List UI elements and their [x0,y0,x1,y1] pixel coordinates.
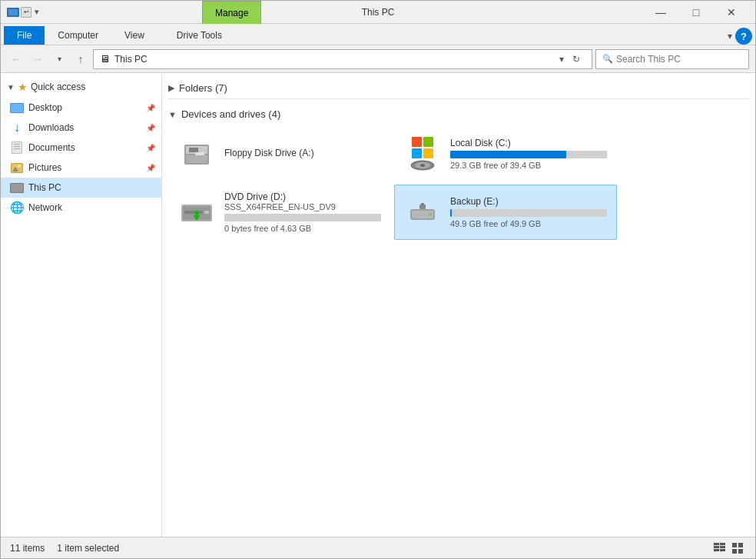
svg-point-7 [420,164,425,167]
search-bar: 🔍 [595,49,749,69]
floppy-drive-name: Floppy Disk Drive (A:) [224,148,381,158]
address-dropdown-icon[interactable]: ▾ [556,54,567,65]
downloads-icon: ↓ [10,121,24,135]
local-disk-bar [450,151,566,158]
drive-dvd[interactable]: DVD Drive (D:) SSS_X64FREE_EN-US_DV9 0 b… [168,185,391,240]
documents-icon [10,141,24,155]
svg-rect-27 [738,543,743,547]
svg-rect-14 [195,211,198,215]
up-button[interactable]: ↑ [71,50,90,68]
pin-icon-4: 📌 [146,164,155,172]
dvd-drive-size: 0 bytes free of 4.63 GB [224,224,381,233]
maximize-button[interactable]: □ [678,0,714,26]
folders-section-header[interactable]: ▶ Folders (7) [168,79,749,99]
monitor-icon [7,8,19,17]
sidebar-item-network[interactable]: 🌐 Network [1,198,161,218]
backup-drive-info: Backup (E:) 49.9 GB free of 49.9 GB [450,196,607,228]
details-view-button[interactable] [712,541,728,556]
svg-rect-21 [714,546,719,548]
refresh-button[interactable]: ↻ [567,50,585,68]
sidebar-item-pictures[interactable]: Pictures 📌 [1,158,161,178]
tab-view[interactable]: View [111,26,158,45]
ribbon-right-controls: ▾ ? [728,28,752,45]
large-icons-view-button[interactable] [731,541,746,556]
help-button[interactable]: ? [735,28,752,45]
disk-platter-icon [410,160,435,171]
svg-rect-24 [720,546,725,548]
address-input[interactable]: 🖥 This PC ▾ ↻ [93,49,592,69]
tab-drive-tools[interactable]: Drive Tools [164,26,235,45]
manage-tab[interactable]: Manage [202,1,261,24]
backup-drive-size: 49.9 GB free of 49.9 GB [450,219,607,228]
close-button[interactable]: ✕ [714,0,749,26]
title-bar: ↩ ▾ Manage This PC — □ ✕ [1,1,755,24]
pin-icon: 📌 [146,104,155,112]
pin-icon-3: 📌 [146,144,155,152]
status-bar: 11 items 1 item selected [1,537,755,558]
view-toggle-buttons [712,541,746,556]
recent-locations-button[interactable]: ▾ [50,50,68,68]
tab-file[interactable]: File [4,26,45,45]
svg-rect-2 [189,148,198,152]
svg-rect-10 [184,211,203,214]
sidebar-item-desktop[interactable]: Desktop 📌 [1,98,161,118]
minimize-button[interactable]: — [643,0,678,26]
local-disk-info: Local Disk (C:) 29.3 GB free of 39.4 GB [450,138,607,170]
backup-drive-bar-container [450,209,607,217]
svg-rect-26 [732,543,737,547]
file-explorer-window: ↩ ▾ Manage This PC — □ ✕ File Computer V… [0,0,756,559]
svg-rect-23 [720,543,725,545]
sidebar-quick-access-header[interactable]: ▼ ★ Quick access [1,76,161,98]
back-button[interactable]: ← [7,50,25,68]
backup-drive-icon [404,194,441,231]
windows-logo [412,137,433,158]
local-disk-bar-container [450,151,607,158]
backup-drive-name: Backup (E:) [450,196,607,207]
address-bar: ← → ▾ ↑ 🖥 This PC ▾ ↻ 🔍 [1,45,755,73]
dvd-drive-icon [178,194,215,231]
sidebar-item-documents[interactable]: Documents 📌 [1,138,161,158]
sidebar-documents-label: Documents [28,142,141,153]
address-path: This PC [114,54,556,65]
forward-button[interactable]: → [28,50,47,68]
sidebar-item-downloads[interactable]: ↓ Downloads 📌 [1,118,161,138]
svg-rect-3 [186,155,207,163]
star-icon: ★ [18,81,28,93]
backup-drive-bar [450,209,452,217]
sidebar-arrow-icon: ▼ [7,83,15,92]
dvd-svg [178,194,215,231]
large-icons-view-icon [732,543,744,554]
drive-local-c[interactable]: Local Disk (C:) 29.3 GB free of 39.4 GB [394,126,617,181]
tab-computer[interactable]: Computer [45,26,111,45]
search-icon: 🔍 [602,54,613,64]
svg-rect-22 [714,549,719,551]
floppy-drive-icon [178,135,215,172]
undo-icon[interactable]: ↩ [21,7,32,18]
ribbon-tabs-row: File Computer View Drive Tools ▾ ? [1,24,755,45]
search-input[interactable] [616,54,742,65]
sidebar-desktop-label: Desktop [28,102,141,113]
dvd-drive-bar [224,214,381,221]
sidebar-item-this-pc[interactable]: This PC [1,178,161,198]
drives-section: ▼ Devices and drives (4) [168,105,749,240]
sidebar-this-pc-label: This PC [28,182,155,193]
drives-label: Devices and drives (4) [181,108,280,120]
desktop-icon [10,101,24,115]
svg-rect-28 [732,549,737,554]
drive-floppy[interactable]: Floppy Disk Drive (A:) [168,126,391,181]
backup-disk-svg [404,194,441,231]
details-view-icon [714,543,726,554]
selected-text: 1 item selected [57,543,119,554]
drive-backup-e[interactable]: Backup (E:) 49.9 GB free of 49.9 GB [394,185,617,240]
dvd-drive-bar-container [224,214,381,221]
drives-grid: Floppy Disk Drive (A:) [168,126,749,240]
ribbon-collapse-chevron[interactable]: ▾ [728,31,732,42]
drives-section-header[interactable]: ▼ Devices and drives (4) [168,105,749,126]
toolbar-dropdown-icon[interactable]: ▾ [33,7,41,17]
svg-rect-20 [714,543,719,545]
quick-access-toolbar: ↩ ▾ [7,7,41,18]
svg-rect-4 [195,152,204,155]
folders-arrow-icon: ▶ [168,83,174,93]
folders-label: Folders (7) [179,82,227,94]
window-title: This PC [362,7,395,18]
